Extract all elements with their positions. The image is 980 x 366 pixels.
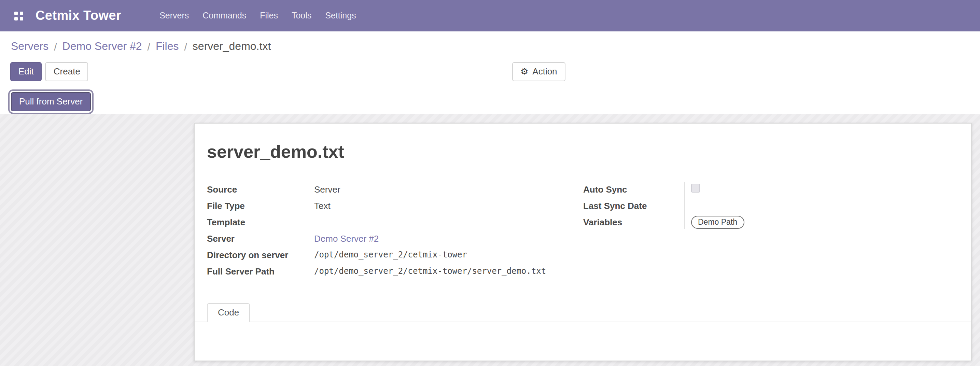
menu-item-settings[interactable]: Settings	[318, 0, 363, 32]
breadcrumb-link-servers[interactable]: Servers	[11, 40, 48, 53]
field-value-file-type: Text	[314, 201, 331, 211]
field-value-full-path: /opt/demo_server_2/cetmix-tower/server_d…	[314, 266, 546, 276]
field-label-file-type: File Type	[207, 201, 314, 211]
variable-tag-demo-path[interactable]: Demo Path	[691, 215, 744, 228]
field-label-directory: Directory on server	[207, 250, 314, 260]
menu-item-files[interactable]: Files	[253, 0, 285, 32]
field-row-variables: Variables Demo Path	[583, 214, 955, 230]
form-sheet: server_demo.txt Source Server File Type …	[194, 123, 972, 361]
field-label-auto-sync: Auto Sync	[583, 184, 691, 194]
gear-icon: ⚙	[520, 66, 528, 77]
top-navbar: Cetmix Tower Servers Commands Files Tool…	[0, 0, 980, 32]
field-label-server: Server	[207, 233, 314, 243]
notebook-tabs: Code	[195, 303, 971, 322]
breadcrumb-separator: /	[148, 41, 150, 52]
field-row-last-sync-date: Last Sync Date	[583, 197, 955, 214]
menu-item-commands[interactable]: Commands	[196, 0, 253, 32]
main-menu: Servers Commands Files Tools Settings	[153, 0, 363, 32]
field-label-full-path: Full Server Path	[207, 266, 314, 276]
apps-grid-icon	[14, 11, 23, 20]
menu-item-servers[interactable]: Servers	[153, 0, 196, 32]
code-tab-content	[195, 323, 971, 361]
breadcrumb-link-demo-server-2[interactable]: Demo Server #2	[62, 40, 142, 53]
edit-button[interactable]: Edit	[10, 62, 42, 81]
breadcrumb: Servers / Demo Server #2 / Files / serve…	[11, 40, 271, 53]
field-label-last-sync-date: Last Sync Date	[583, 201, 691, 211]
menu-item-tools[interactable]: Tools	[285, 0, 318, 32]
field-label-source: Source	[207, 184, 314, 194]
app-window: Cetmix Tower Servers Commands Files Tool…	[0, 0, 980, 366]
app-brand[interactable]: Cetmix Tower	[35, 8, 121, 23]
field-group-right: Auto Sync Last Sync Date Variables Demo …	[583, 181, 955, 230]
field-row-auto-sync: Auto Sync	[583, 181, 955, 197]
content-area: server_demo.txt Source Server File Type …	[0, 114, 980, 366]
tab-code-label: Code	[218, 307, 239, 318]
breadcrumb-separator: /	[54, 41, 57, 52]
record-buttons: Edit Create	[10, 62, 88, 81]
breadcrumb-current: server_demo.txt	[192, 40, 271, 53]
field-label-variables: Variables	[583, 217, 691, 227]
workflow-buttons: Pull from Server	[11, 92, 91, 111]
field-value-directory: /opt/demo_server_2/cetmix-tower	[314, 250, 467, 259]
field-label-template: Template	[207, 217, 314, 227]
breadcrumb-separator: /	[185, 41, 187, 52]
field-value-server-link[interactable]: Demo Server #2	[314, 233, 379, 243]
field-row-full-path: Full Server Path /opt/demo_server_2/cetm…	[207, 263, 572, 279]
field-row-file-type: File Type Text	[207, 197, 572, 214]
create-button[interactable]: Create	[45, 62, 88, 81]
action-button-label: Action	[532, 66, 557, 77]
field-value-source: Server	[314, 184, 340, 194]
apps-menu-button[interactable]	[10, 7, 27, 25]
field-row-source: Source Server	[207, 181, 572, 197]
field-group-left: Source Server File Type Text Template Se…	[207, 181, 572, 279]
auto-sync-checkbox[interactable]	[691, 184, 700, 193]
action-button[interactable]: ⚙ Action	[512, 62, 565, 81]
field-row-directory: Directory on server /opt/demo_server_2/c…	[207, 247, 572, 263]
field-divider	[684, 182, 685, 229]
record-title: server_demo.txt	[207, 142, 344, 162]
breadcrumb-link-files[interactable]: Files	[156, 40, 179, 53]
control-panel: Servers / Demo Server #2 / Files / serve…	[0, 32, 980, 114]
field-row-server: Server Demo Server #2	[207, 230, 572, 247]
field-row-template: Template	[207, 214, 572, 230]
tab-code[interactable]: Code	[207, 303, 250, 322]
pull-from-server-button[interactable]: Pull from Server	[11, 92, 91, 111]
